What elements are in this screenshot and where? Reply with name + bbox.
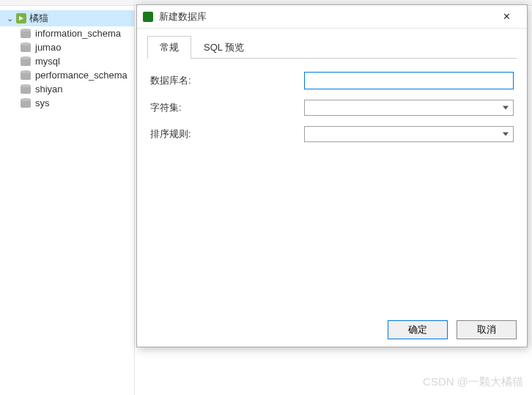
db-node[interactable]: mysql <box>0 54 134 68</box>
close-icon: ✕ <box>503 11 511 22</box>
db-node[interactable]: sys <box>0 96 134 110</box>
db-name-label: 数据库名: <box>150 74 203 87</box>
db-label: information_schema <box>35 28 121 39</box>
connection-label: 橘猫 <box>29 12 48 25</box>
charset-label: 字符集: <box>150 101 203 114</box>
tab-sql-preview[interactable]: SQL 预览 <box>191 36 256 59</box>
connection-icon <box>16 13 26 23</box>
database-icon <box>21 71 31 80</box>
db-label: jumao <box>35 42 61 53</box>
db-label: performance_schema <box>35 70 128 81</box>
cancel-button[interactable]: 取消 <box>457 320 517 339</box>
collation-label: 排序规则: <box>150 128 203 141</box>
collation-select[interactable] <box>304 126 514 142</box>
database-green-icon <box>143 12 153 22</box>
db-label: mysql <box>35 56 60 67</box>
ok-button[interactable]: 确定 <box>388 320 448 339</box>
dialog-tabs: 常规 SQL 预览 <box>147 36 517 59</box>
db-label: sys <box>35 97 50 108</box>
db-name-input[interactable] <box>304 72 514 89</box>
close-button[interactable]: ✕ <box>492 6 521 28</box>
db-node[interactable]: jumao <box>0 40 134 54</box>
dialog-titlebar[interactable]: 新建数据库 ✕ <box>137 5 527 29</box>
db-node[interactable]: performance_schema <box>0 68 134 82</box>
tab-general[interactable]: 常规 <box>147 36 191 59</box>
db-node[interactable]: information_schema <box>0 26 134 40</box>
database-icon <box>21 99 31 108</box>
db-node[interactable]: shiyan <box>0 82 134 96</box>
new-database-dialog: 新建数据库 ✕ 常规 SQL 预览 数据库名: 字符集: 排序规则: <box>136 4 528 347</box>
database-icon <box>21 85 31 94</box>
database-icon <box>21 43 31 52</box>
charset-select[interactable] <box>304 100 514 116</box>
db-label: shiyan <box>35 84 63 95</box>
database-icon <box>21 29 31 38</box>
chevron-down-icon[interactable]: ⌄ <box>6 14 13 23</box>
connection-tree: ⌄ 橘猫 information_schema jumao mysql perf… <box>0 6 135 395</box>
dialog-title: 新建数据库 <box>159 10 492 23</box>
connection-node[interactable]: ⌄ 橘猫 <box>0 10 134 26</box>
database-icon <box>21 57 31 66</box>
